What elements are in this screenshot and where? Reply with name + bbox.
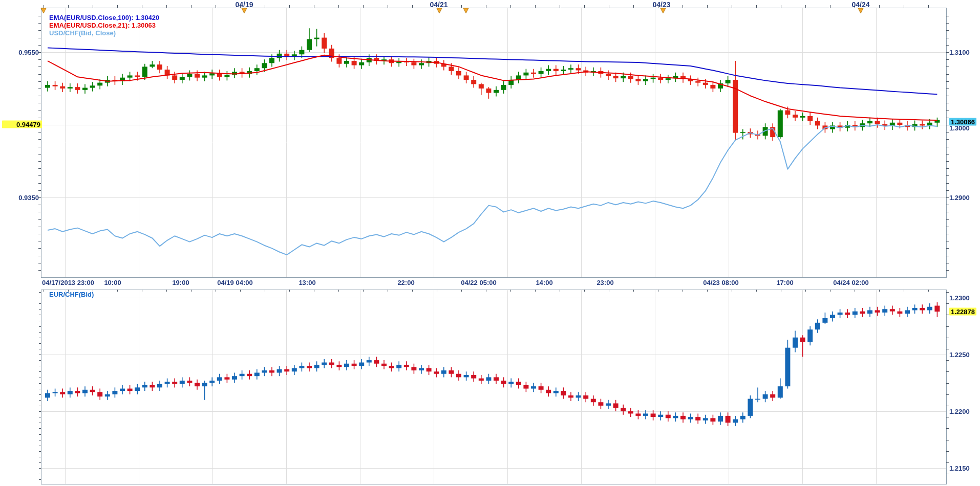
trading-chart-window: EMA(EUR/USD.Close,100): 1.30420 EMA(EUR/… xyxy=(0,0,980,486)
legend-ema100: EMA(EUR/USD.Close,100): 1.30420 xyxy=(49,14,159,21)
top-panel-legend: EMA(EUR/USD.Close,100): 1.30420 EMA(EUR/… xyxy=(49,14,159,37)
date-axis-label: 04/21 xyxy=(430,1,448,9)
time-axis-label: 17:00 xyxy=(776,279,793,286)
y-axis-label-eurusd: 1.2900 xyxy=(949,194,970,202)
time-axis-label: 22:00 xyxy=(397,279,414,286)
legend-ema21: EMA(EUR/USD.Close,21): 1.30063 xyxy=(49,21,159,29)
time-axis-label: 23:00 xyxy=(596,279,613,286)
y-axis-label-eurchf: 1.22878 xyxy=(949,308,976,316)
bottom-panel-legend: EUR/CHF(Bid) xyxy=(49,291,94,298)
y-axis-label-eurchf: 1.2200 xyxy=(949,408,970,415)
time-axis-label: 04/23 08:00 xyxy=(703,279,738,286)
legend-usdchf: USD/CHF(Bid, Close) xyxy=(49,29,159,37)
time-axis-label: 04/17/2013 23:00 xyxy=(42,279,94,286)
date-axis-label: 04/23 xyxy=(652,1,670,9)
y-axis-label-eurusd: 1.3100 xyxy=(949,49,970,56)
time-axis-label: 04/22 05:00 xyxy=(461,279,496,286)
price-charts-canvas[interactable] xyxy=(0,0,980,486)
y-axis-label-usdchf: 0.9350 xyxy=(2,194,39,202)
y-axis-label-eurchf: 1.2250 xyxy=(949,351,970,359)
date-axis-label: 04/19 xyxy=(235,1,253,9)
legend-eurchf: EUR/CHF(Bid) xyxy=(49,291,94,298)
date-axis-label: 04/24 xyxy=(851,1,869,9)
y-axis-label-usdchf: 0.94479 xyxy=(2,121,42,128)
time-axis-label: 10:00 xyxy=(104,279,121,286)
time-axis-label: 13:00 xyxy=(299,279,315,286)
time-axis-label: 04/19 04:00 xyxy=(217,279,252,286)
y-axis-label-eurusd: 1.3000 xyxy=(949,124,970,132)
y-axis-label-eurchf: 1.2300 xyxy=(949,294,970,302)
time-axis-label: 14:00 xyxy=(536,279,552,286)
y-axis-label-usdchf: 0.9550 xyxy=(2,49,39,56)
time-axis-label: 19:00 xyxy=(172,279,189,286)
time-axis-label: 04/24 02:00 xyxy=(833,279,868,286)
y-axis-label-eurchf: 1.2150 xyxy=(949,465,970,472)
